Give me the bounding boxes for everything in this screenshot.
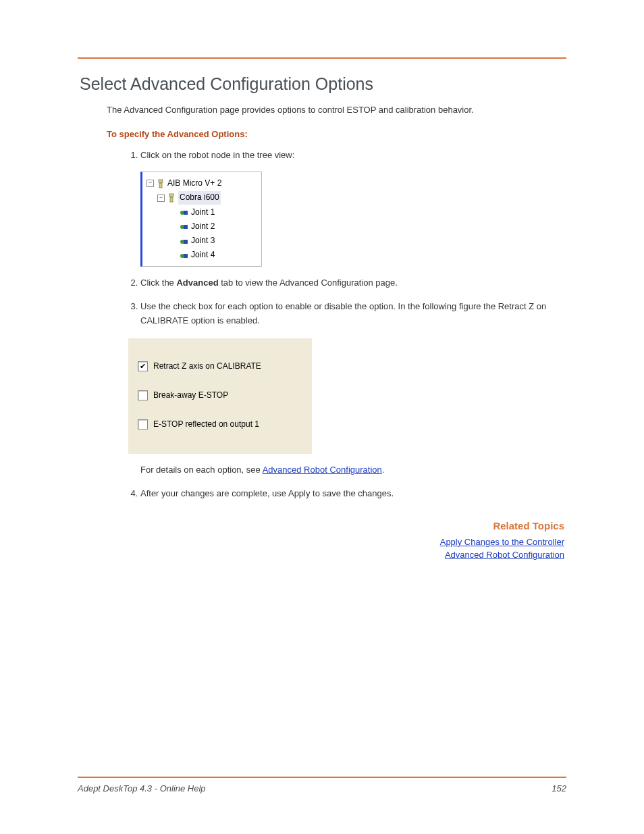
step-2: Click the Advanced tab to view the Advan… [140, 276, 558, 290]
robot-icon [167, 193, 176, 203]
joint-icon [179, 222, 188, 230]
option-row: E-STOP reflected on output 1 [138, 418, 305, 431]
step-3-after-post: . [382, 465, 385, 475]
procedure-list: Click on the robot node in the tree view… [120, 149, 564, 501]
svg-rect-1 [159, 183, 162, 188]
step-2-pre: Click the [140, 278, 176, 288]
tree-root-label: AIB Micro V+ 2 [167, 177, 221, 190]
svg-rect-2 [169, 194, 173, 197]
page-title: Select Advanced Configuration Options [80, 74, 564, 94]
option-row: ✔ Retract Z axis on CALIBRATE [138, 360, 305, 373]
options-panel-screenshot: ✔ Retract Z axis on CALIBRATE Break-away… [128, 338, 312, 454]
step-3-details: For details on each option, see Advanced… [140, 463, 558, 477]
step-4: After your changes are complete, use App… [140, 487, 558, 501]
header-divider [78, 57, 566, 59]
related-topics-heading: Related Topics [80, 520, 564, 531]
related-topics: Related Topics Apply Changes to the Cont… [80, 520, 564, 563]
tree-child-label: Cobra i600 [178, 191, 221, 204]
checkbox-checked-icon: ✔ [138, 361, 148, 371]
svg-rect-7 [184, 225, 188, 229]
tree-joint-label: Joint 4 [191, 249, 215, 261]
footer-product: Adept DeskTop 4.3 - Online Help [78, 783, 206, 793]
step-1: Click on the robot node in the tree view… [140, 149, 558, 267]
tree-node-joint: Joint 1 [145, 205, 259, 219]
svg-rect-0 [159, 180, 163, 182]
tree-joint-label: Joint 1 [191, 206, 215, 219]
step-3-text: Use the check box for each option to ena… [140, 301, 546, 325]
tree-node-joint: Joint 4 [145, 248, 259, 262]
option-label: Break-away E-STOP [153, 389, 228, 402]
svg-rect-11 [184, 254, 188, 258]
svg-rect-3 [170, 197, 173, 202]
page-footer: Adept DeskTop 4.3 - Online Help 152 [78, 777, 566, 793]
joint-icon [179, 237, 188, 245]
tree-node-joint: Joint 2 [145, 219, 259, 234]
checkbox-unchecked-icon [138, 419, 148, 429]
intro-paragraph: The Advanced Configuration page provides… [107, 103, 564, 117]
step-1-text: Click on the robot node in the tree view… [140, 150, 294, 160]
step-3: Use the check box for each option to ena… [140, 300, 558, 477]
checkbox-unchecked-icon [138, 390, 148, 400]
joint-icon [179, 251, 188, 259]
joint-icon [179, 208, 188, 216]
step-2-bold: Advanced [176, 278, 218, 288]
option-label: E-STOP reflected on output 1 [153, 418, 259, 431]
content-region: Select Advanced Configuration Options Th… [80, 74, 564, 563]
svg-rect-9 [184, 240, 188, 244]
help-page: Select Advanced Configuration Options Th… [0, 0, 644, 834]
procedure-heading: To specify the Advanced Options: [107, 129, 564, 139]
svg-rect-5 [184, 211, 188, 215]
tree-view-screenshot: − AIB Micro V+ 2 − Cobra i600 [140, 172, 262, 267]
tree-node-root: − AIB Micro V+ 2 [145, 176, 259, 190]
related-link-advanced-config[interactable]: Advanced Robot Configuration [445, 550, 564, 560]
tree-joint-label: Joint 2 [191, 220, 215, 233]
footer-page-number: 152 [552, 783, 566, 793]
option-row: Break-away E-STOP [138, 389, 305, 402]
step-2-post: tab to view the Advanced Configuration p… [219, 278, 398, 288]
step-3-after-pre: For details on each option, see [140, 465, 263, 475]
option-label: Retract Z axis on CALIBRATE [153, 360, 261, 373]
related-link-apply-changes[interactable]: Apply Changes to the Controller [440, 537, 564, 547]
step-4-text: After your changes are complete, use App… [140, 488, 394, 498]
tree-node-joint: Joint 3 [145, 234, 259, 248]
advanced-robot-config-link[interactable]: Advanced Robot Configuration [263, 465, 382, 475]
tree-node-child: − Cobra i600 [145, 190, 259, 205]
tree-collapse-icon: − [157, 194, 165, 202]
tree-joint-label: Joint 3 [191, 234, 215, 247]
robot-icon [157, 179, 165, 188]
tree-collapse-icon: − [146, 180, 154, 187]
